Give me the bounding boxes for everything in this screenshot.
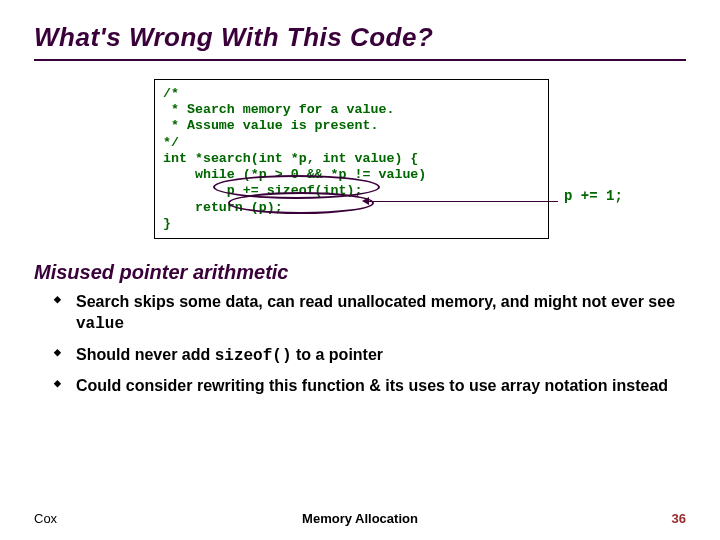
bullet-text: Should never add: [76, 346, 215, 363]
bullet-text: Could consider rewriting this function &…: [76, 377, 668, 394]
list-item: Search skips some data, can read unalloc…: [54, 292, 686, 335]
list-item: Should never add sizeof() to a pointer: [54, 345, 686, 367]
list-item: Could consider rewriting this function &…: [54, 376, 686, 397]
code-line: * Assume value is present.: [163, 118, 378, 133]
bullet-code: value: [76, 315, 124, 333]
footer: Cox Memory Allocation 36: [0, 511, 720, 526]
slide-title: What's Wrong With This Code?: [34, 22, 686, 53]
code-box: /* * Search memory for a value. * Assume…: [154, 79, 549, 239]
annotation-arrow: [368, 201, 558, 203]
bullet-code: sizeof(): [215, 347, 292, 365]
highlight-oval: [228, 192, 374, 214]
code-line: int *search(int *p, int value) {: [163, 151, 418, 166]
code-line: */: [163, 135, 179, 150]
annotation-text: p += 1;: [564, 188, 623, 204]
bullet-text: to a pointer: [292, 346, 384, 363]
title-divider: [34, 59, 686, 61]
code-area: /* * Search memory for a value. * Assume…: [154, 79, 654, 239]
code-line: /*: [163, 86, 179, 101]
section-heading: Misused pointer arithmetic: [34, 261, 686, 284]
bullet-text: Search skips some data, can read unalloc…: [76, 293, 675, 310]
footer-title: Memory Allocation: [0, 511, 720, 526]
code-line: * Search memory for a value.: [163, 102, 394, 117]
bullet-list: Search skips some data, can read unalloc…: [54, 292, 686, 397]
code-line: }: [163, 216, 171, 231]
